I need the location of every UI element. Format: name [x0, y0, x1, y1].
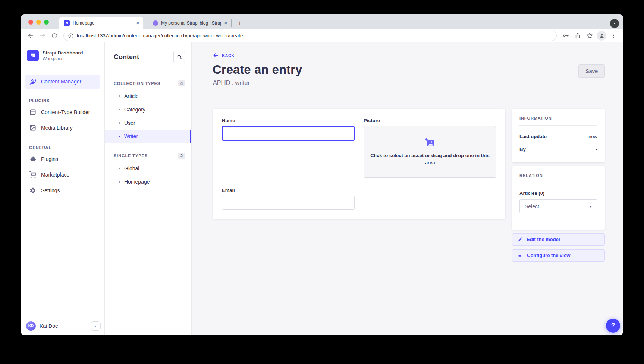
- sidebar-item-marketplace[interactable]: Marketplace: [25, 167, 100, 183]
- name-field-group: Name: [222, 118, 355, 178]
- search-button[interactable]: [173, 51, 185, 63]
- new-tab-button[interactable]: +: [235, 18, 245, 28]
- subnav-item-user[interactable]: User: [105, 116, 191, 130]
- maximize-window-button[interactable]: [44, 20, 49, 25]
- layout-icon: [29, 108, 37, 116]
- subnav-item-label: Article: [124, 93, 139, 99]
- workspace-subtitle: Workplace: [43, 56, 83, 61]
- menu-dots-icon[interactable]: [609, 31, 618, 41]
- action-label: Edit the model: [527, 237, 560, 242]
- sidebar-item-media-library[interactable]: Media Library: [25, 120, 100, 136]
- subnav-item-homepage[interactable]: Homepage: [105, 175, 191, 189]
- info-row-by: By -: [519, 146, 597, 152]
- minimize-window-button[interactable]: [36, 20, 41, 25]
- group-single-types: SINGLE TYPES 2 Global Homepage: [105, 153, 191, 189]
- subnav-header: Content: [105, 42, 191, 63]
- picture-upload-dropzone[interactable]: Click to select an asset or drag and dro…: [364, 126, 496, 178]
- info-icon[interactable]: [68, 33, 73, 38]
- tab-title: My personal Strapi blog | Strap: [161, 20, 221, 26]
- group-collection-types: COLLECTION TYPES 4 Article Category User…: [105, 80, 191, 143]
- content-subnav: Content COLLECTION TYPES 4 Article Categ…: [105, 42, 192, 335]
- edit-model-button[interactable]: Edit the model: [512, 233, 605, 246]
- email-field-group: Email: [222, 187, 355, 210]
- close-tab-icon[interactable]: ✕: [224, 21, 227, 26]
- name-input[interactable]: [222, 126, 355, 141]
- sidebar-item-label: Media Library: [41, 125, 73, 131]
- back-icon[interactable]: [26, 31, 35, 41]
- sidebar-item-label: Plugins: [41, 156, 58, 162]
- info-row-last-update: Last update now: [519, 134, 597, 139]
- sidebar-item-settings[interactable]: Settings: [25, 183, 100, 198]
- subnav-title: Content: [114, 53, 139, 61]
- forward-icon[interactable]: [38, 31, 47, 41]
- group-header: SINGLE TYPES 2: [105, 153, 191, 162]
- subnav-item-global[interactable]: Global: [105, 162, 191, 175]
- profile-avatar-icon[interactable]: [597, 31, 606, 41]
- address-bar[interactable]: localhost:1337/admin/content-manager/col…: [63, 31, 557, 41]
- close-window-button[interactable]: [28, 20, 33, 25]
- filter-lines-icon: [518, 253, 523, 258]
- main-content: BACK Create an entry API ID : writer Sav…: [192, 42, 623, 335]
- subnav-item-label: Category: [124, 107, 145, 113]
- bookmark-star-icon[interactable]: [585, 31, 594, 41]
- sidebar-item-plugins[interactable]: Plugins: [25, 151, 100, 167]
- collapse-sidebar-button[interactable]: ‹: [91, 321, 101, 331]
- information-header: INFORMATION: [519, 116, 597, 120]
- refresh-icon[interactable]: [50, 31, 59, 41]
- articles-relation-label: Articles (0): [519, 190, 597, 196]
- page-subtitle: API ID : writer: [213, 80, 250, 86]
- subnav-item-label: Homepage: [124, 179, 150, 185]
- subnav-item-writer[interactable]: Writer: [105, 130, 191, 143]
- window-controls: [28, 20, 49, 25]
- save-button[interactable]: Save: [578, 64, 605, 78]
- divider: [519, 183, 597, 183]
- sidebar-section-plugins: PLUGINS Content-Type Builder Media Libra…: [25, 98, 100, 136]
- close-tab-icon[interactable]: ✕: [136, 21, 139, 26]
- tab-strip: Homepage ✕ My personal Strapi blog | Str…: [21, 14, 623, 29]
- tab-homepage[interactable]: Homepage ✕: [59, 17, 143, 29]
- relation-card: RELATION Articles (0) Select: [512, 166, 605, 230]
- information-card: INFORMATION Last update now By -: [512, 109, 605, 162]
- gear-icon: [29, 187, 37, 194]
- workspace-title: Strapi Dashboard: [43, 50, 83, 56]
- back-link[interactable]: BACK: [213, 53, 235, 58]
- pencil-icon: [518, 237, 523, 242]
- group-label: COLLECTION TYPES: [114, 81, 160, 86]
- user-avatar[interactable]: KD: [26, 321, 36, 331]
- url-text: localhost:1337/admin/content-manager/col…: [77, 33, 243, 38]
- sidebar-item-content-manager[interactable]: Content Manager: [25, 75, 100, 89]
- articles-select[interactable]: Select: [519, 199, 597, 213]
- main-sidebar: Strapi Dashboard Workplace Content Manag…: [21, 42, 105, 335]
- help-button[interactable]: ?: [606, 319, 620, 333]
- key-icon[interactable]: [561, 31, 571, 41]
- browser-chevron-down-icon[interactable]: [610, 19, 619, 28]
- configure-view-button[interactable]: Configure the view: [512, 249, 605, 262]
- section-label: GENERAL: [25, 145, 100, 151]
- feather-pen-icon: [29, 78, 37, 85]
- media-library-icon: [29, 124, 37, 132]
- group-header: COLLECTION TYPES 4: [105, 80, 191, 89]
- subnav-item-label: User: [124, 120, 135, 126]
- share-icon[interactable]: [573, 31, 582, 41]
- upload-hint: Click to select an asset or drag and dro…: [370, 152, 490, 167]
- email-input[interactable]: [222, 196, 355, 210]
- user-name: Kai Doe: [40, 323, 58, 329]
- count-badge: 4: [178, 80, 185, 86]
- blog-favicon-icon: [153, 20, 158, 26]
- subnav-item-article[interactable]: Article: [105, 89, 191, 103]
- sidebar-section-general: GENERAL Plugins Marketplace: [25, 145, 100, 198]
- info-value: now: [588, 134, 597, 139]
- entry-form-card: Name Picture: [213, 109, 505, 219]
- sidebar-item-content-type-builder[interactable]: Content-Type Builder: [25, 104, 100, 120]
- tab-title: Homepage: [73, 20, 133, 26]
- relation-header: RELATION: [519, 173, 597, 178]
- tab-strapi-blog[interactable]: My personal Strapi blog | Strap ✕: [148, 17, 231, 29]
- info-label: Last update: [519, 134, 547, 139]
- puzzle-icon: [29, 155, 37, 163]
- subnav-item-category[interactable]: Category: [105, 103, 191, 116]
- browser-window: Homepage ✕ My personal Strapi blog | Str…: [21, 14, 623, 335]
- sidebar-item-label: Content Manager: [41, 79, 81, 85]
- divider: [114, 69, 123, 69]
- tab-separator: [231, 19, 232, 27]
- page-title: Create an entry: [213, 62, 302, 77]
